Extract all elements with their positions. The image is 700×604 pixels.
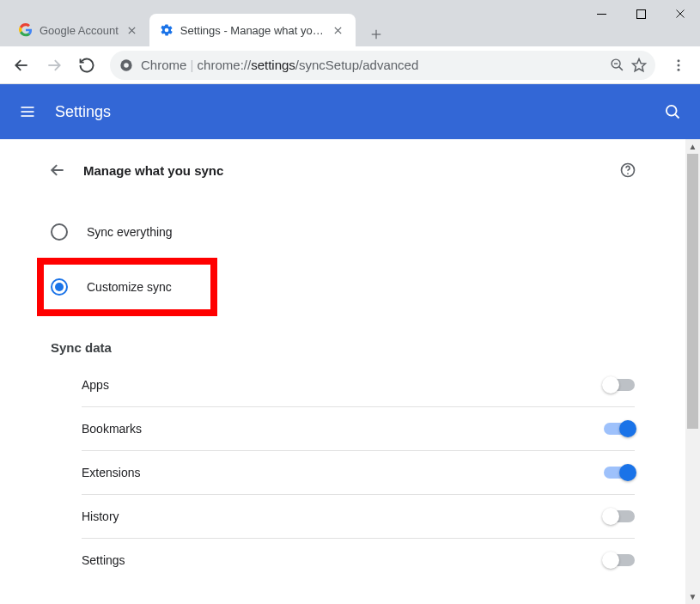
window-titlebar: Google Account Settings - Manage what yo… xyxy=(0,0,700,46)
address-bar[interactable]: Chrome | chrome://settings/syncSetup/adv… xyxy=(110,51,655,80)
new-tab-button[interactable] xyxy=(364,22,388,46)
window-minimize-button[interactable] xyxy=(581,0,621,27)
search-icon[interactable] xyxy=(662,101,683,122)
back-arrow-icon[interactable] xyxy=(47,160,68,180)
sync-item-label: Extensions xyxy=(82,466,140,479)
scroll-thumb[interactable] xyxy=(687,154,698,429)
svg-line-15 xyxy=(618,67,622,70)
google-logo-icon xyxy=(19,23,33,37)
svg-point-28 xyxy=(627,173,629,174)
bookmark-star-icon[interactable] xyxy=(631,58,647,73)
sync-item-label: Settings xyxy=(82,553,125,567)
section-title-sync-data: Sync data xyxy=(51,340,635,355)
radio-label: Sync everything xyxy=(87,225,173,239)
sync-item-settings: Settings xyxy=(82,539,635,582)
scroll-up-icon[interactable]: ▲ xyxy=(685,139,700,154)
page-title: Manage what you sync xyxy=(83,163,602,178)
close-icon[interactable] xyxy=(332,23,345,37)
sync-item-label: Bookmarks xyxy=(82,422,142,436)
window-close-button[interactable] xyxy=(660,0,700,27)
reload-button[interactable] xyxy=(72,51,101,80)
radio-icon[interactable] xyxy=(51,223,68,241)
sync-item-apps: Apps xyxy=(82,363,635,407)
zoom-icon[interactable] xyxy=(609,58,624,73)
vertical-scrollbar[interactable]: ▲ ▼ xyxy=(685,139,700,604)
sync-item-history: History xyxy=(82,495,635,539)
tab-settings[interactable]: Settings - Manage what you sync xyxy=(149,14,356,46)
highlight-annotation: Customize sync xyxy=(37,258,217,316)
toggle-history[interactable] xyxy=(604,510,635,522)
toggle-apps[interactable] xyxy=(604,379,635,391)
settings-header: Settings xyxy=(0,84,700,139)
window-maximize-button[interactable] xyxy=(621,0,660,27)
browser-toolbar: Chrome | chrome://settings/syncSetup/adv… xyxy=(0,46,700,84)
content-wrapper: Manage what you sync Sync everything Cus… xyxy=(0,139,700,604)
nav-forward-button[interactable] xyxy=(40,51,69,80)
content-area: Manage what you sync Sync everything Cus… xyxy=(0,139,685,604)
radio-icon[interactable] xyxy=(51,278,68,296)
radio-customize-sync[interactable]: Customize sync xyxy=(47,273,207,301)
omnibox-url: Chrome | chrome://settings/syncSetup/adv… xyxy=(141,58,602,72)
svg-rect-7 xyxy=(636,9,645,18)
sync-item-bookmarks: Bookmarks xyxy=(82,407,635,451)
sync-item-extensions: Extensions xyxy=(82,451,635,495)
sync-item-label: History xyxy=(82,509,119,523)
settings-title: Settings xyxy=(55,103,662,121)
close-icon[interactable] xyxy=(125,23,139,37)
svg-point-19 xyxy=(678,64,680,66)
nav-back-button[interactable] xyxy=(7,51,36,80)
svg-point-18 xyxy=(678,59,680,62)
window-controls xyxy=(581,0,700,27)
settings-card: Manage what you sync Sync everything Cus… xyxy=(16,139,669,582)
toggle-settings[interactable] xyxy=(604,554,635,566)
svg-point-20 xyxy=(678,68,680,70)
svg-rect-6 xyxy=(597,14,606,15)
chrome-icon xyxy=(119,58,134,73)
tab-title-0: Google Account xyxy=(40,24,119,37)
toggle-bookmarks[interactable] xyxy=(604,423,635,435)
page-header-row: Manage what you sync xyxy=(47,160,638,180)
tab-title-1: Settings - Manage what you sync xyxy=(180,24,325,37)
help-icon[interactable] xyxy=(618,160,638,180)
radio-sync-everything[interactable]: Sync everything xyxy=(47,211,638,253)
menu-icon[interactable] xyxy=(17,101,38,122)
svg-point-24 xyxy=(667,106,677,116)
svg-marker-17 xyxy=(633,58,646,70)
browser-menu-button[interactable] xyxy=(664,51,693,80)
toggle-extensions[interactable] xyxy=(604,467,635,479)
tab-google-account[interactable]: Google Account xyxy=(9,14,149,46)
scroll-down-icon[interactable]: ▼ xyxy=(685,589,700,604)
settings-gear-icon xyxy=(160,23,173,37)
svg-point-13 xyxy=(124,63,129,68)
radio-label: Customize sync xyxy=(87,280,172,294)
sync-item-label: Apps xyxy=(82,378,109,392)
svg-line-25 xyxy=(675,114,679,118)
